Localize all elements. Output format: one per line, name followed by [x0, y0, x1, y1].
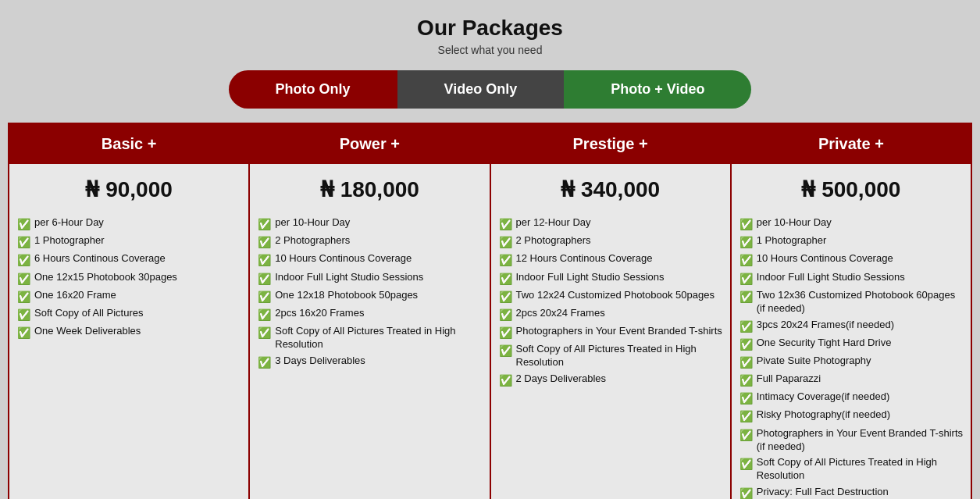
list-item: ✅Two 12x36 Customized Photobook 60pages …	[739, 289, 963, 315]
card-basic: Basic + ₦ 90,000 ✅per 6-Hour Day ✅1 Phot…	[9, 124, 250, 499]
card-power-title: Power +	[250, 124, 489, 164]
card-basic-title: Basic +	[9, 124, 248, 164]
list-item: ✅Indoor Full Light Studio Sessions	[499, 271, 722, 286]
check-icon: ✅	[739, 487, 753, 499]
check-icon: ✅	[739, 337, 753, 351]
card-private-title: Private +	[732, 124, 971, 164]
list-item: ✅per 12-Hour Day	[499, 216, 722, 231]
check-icon: ✅	[17, 217, 30, 231]
list-item: ✅per 10-Hour Day	[739, 216, 963, 231]
list-item: ✅Pivate Suite Photography	[739, 355, 963, 369]
tab-video-only[interactable]: Video Only	[397, 70, 565, 109]
check-icon: ✅	[739, 235, 753, 249]
check-icon: ✅	[258, 355, 271, 369]
list-item: ✅2pcs 16x20 Frames	[258, 307, 481, 322]
check-icon: ✅	[739, 272, 753, 286]
check-icon: ✅	[739, 253, 753, 267]
list-item: ✅One 12x18 Photobook 50pages	[258, 289, 481, 304]
list-item: ✅2 Days Deliverables	[499, 372, 722, 387]
check-icon: ✅	[258, 253, 271, 267]
check-icon: ✅	[739, 290, 753, 304]
list-item: ✅Photographers in Your Event Branded T-s…	[499, 325, 722, 340]
check-icon: ✅	[17, 326, 30, 340]
list-item: ✅3pcs 20x24 Frames(if needed)	[739, 319, 963, 333]
card-basic-features: ✅per 6-Hour Day ✅1 Photographer ✅6 Hours…	[9, 210, 248, 499]
check-icon: ✅	[258, 326, 271, 340]
check-icon: ✅	[499, 253, 512, 267]
page-subtitle: Select what you need	[8, 44, 972, 56]
cards-row: Basic + ₦ 90,000 ✅per 6-Hour Day ✅1 Phot…	[8, 123, 972, 499]
list-item: ✅10 Hours Continous Coverage	[258, 252, 481, 267]
card-private-price: ₦ 500,000	[732, 164, 971, 210]
list-item: ✅2pcs 20x24 Frames	[499, 307, 722, 322]
page-wrapper: Our Packages Select what you need Photo …	[0, 0, 980, 499]
check-icon: ✅	[739, 373, 753, 387]
check-icon: ✅	[499, 290, 512, 304]
check-icon: ✅	[499, 217, 512, 231]
list-item: ✅1 Photographer	[17, 234, 241, 249]
list-item: ✅Indoor Full Light Studio Sessions	[258, 271, 481, 286]
list-item: ✅Soft Copy of All Pictures	[17, 307, 241, 322]
check-icon: ✅	[739, 409, 753, 423]
list-item: ✅2 Photographers	[499, 234, 722, 249]
list-item: ✅One Security Tight Hard Drive	[739, 337, 963, 351]
check-icon: ✅	[499, 308, 512, 322]
card-prestige: Prestige + ₦ 340,000 ✅per 12-Hour Day ✅2…	[491, 124, 732, 499]
page-title: Our Packages	[8, 16, 972, 41]
list-item: ✅Intimacy Coverage(if needed)	[739, 390, 963, 405]
check-icon: ✅	[258, 235, 271, 249]
card-power-features: ✅per 10-Hour Day ✅2 Photographers ✅10 Ho…	[250, 210, 489, 499]
list-item: ✅2 Photographers	[258, 234, 481, 249]
check-icon: ✅	[739, 391, 753, 405]
check-icon: ✅	[499, 326, 512, 340]
list-item: ✅Full Paparazzi	[739, 372, 963, 387]
list-item: ✅Risky Photography(if needed)	[739, 408, 963, 423]
card-prestige-price: ₦ 340,000	[491, 164, 730, 210]
list-item: ✅Soft Copy of All Pictures Treated in Hi…	[499, 343, 722, 369]
check-icon: ✅	[739, 457, 753, 471]
check-icon: ✅	[17, 308, 30, 322]
check-icon: ✅	[499, 344, 512, 358]
card-private: Private + ₦ 500,000 ✅per 10-Hour Day ✅1 …	[732, 124, 971, 499]
list-item: ✅One 16x20 Frame	[17, 289, 241, 304]
card-power: Power + ₦ 180,000 ✅per 10-Hour Day ✅2 Ph…	[250, 124, 490, 499]
check-icon: ✅	[17, 290, 30, 304]
tabs-row: Photo Only Video Only Photo + Video	[8, 70, 972, 109]
list-item: ✅per 10-Hour Day	[258, 216, 481, 231]
card-power-price: ₦ 180,000	[250, 164, 489, 210]
check-icon: ✅	[17, 272, 30, 286]
card-prestige-title: Prestige +	[491, 124, 730, 164]
list-item: ✅10 Hours Continous Coverage	[739, 252, 963, 267]
check-icon: ✅	[739, 355, 753, 369]
list-item: ✅One Week Deliverables	[17, 325, 241, 340]
list-item: ✅Soft Copy of All Pictures Treated in Hi…	[258, 325, 481, 351]
check-icon: ✅	[258, 217, 271, 231]
list-item: ✅Two 12x24 Customized Photobook 50pages	[499, 289, 722, 304]
list-item: ✅3 Days Deliverables	[258, 355, 481, 369]
check-icon: ✅	[499, 272, 512, 286]
check-icon: ✅	[17, 235, 30, 249]
check-icon: ✅	[739, 428, 753, 442]
check-icon: ✅	[739, 217, 753, 231]
check-icon: ✅	[17, 253, 30, 267]
card-prestige-features: ✅per 12-Hour Day ✅2 Photographers ✅12 Ho…	[491, 210, 730, 499]
list-item: ✅per 6-Hour Day	[17, 216, 241, 231]
check-icon: ✅	[499, 235, 512, 249]
list-item: ✅12 Hours Continous Coverage	[499, 252, 722, 267]
list-item: ✅1 Photographer	[739, 234, 963, 249]
card-basic-price: ₦ 90,000	[9, 164, 248, 210]
check-icon: ✅	[258, 272, 271, 286]
list-item: ✅Indoor Full Light Studio Sessions	[739, 271, 963, 286]
tab-photo-only[interactable]: Photo Only	[229, 70, 397, 109]
check-icon: ✅	[739, 319, 753, 333]
list-item: ✅6 Hours Continous Coverage	[17, 252, 241, 267]
card-private-features: ✅per 10-Hour Day ✅1 Photographer ✅10 Hou…	[732, 210, 971, 499]
list-item: ✅Photographers in Your Event Branded T-s…	[739, 427, 963, 454]
tab-photo-video[interactable]: Photo + Video	[564, 70, 751, 109]
check-icon: ✅	[258, 290, 271, 304]
list-item: ✅Soft Copy of All Pictures Treated in Hi…	[739, 456, 963, 483]
list-item: ✅One 12x15 Photobook 30pages	[17, 271, 241, 286]
check-icon: ✅	[499, 373, 512, 387]
list-item: ✅Privacy: Full Fact Destruction	[739, 486, 963, 499]
check-icon: ✅	[258, 308, 271, 322]
